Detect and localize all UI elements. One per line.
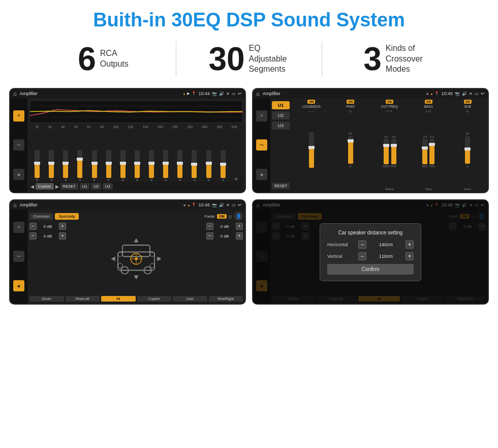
stat-crossover: 3 Kinds ofCrossover Modes: [322, 43, 468, 75]
slider-6[interactable]: 0: [106, 150, 111, 182]
eq-u2-btn[interactable]: U2: [91, 183, 101, 190]
slider-10[interactable]: 0: [163, 150, 168, 182]
svg-marker-19: [157, 256, 161, 261]
slider-13[interactable]: 0: [206, 150, 211, 182]
copilot-btn[interactable]: Copilot: [137, 296, 172, 302]
eq-vol: 🔊: [219, 92, 224, 96]
crossover-reset-btn[interactable]: RESET: [272, 183, 290, 189]
stat-number-eq: 30: [208, 43, 244, 75]
eq-expand-btn[interactable]: »: [235, 175, 238, 182]
eq-u3-btn[interactable]: U3: [103, 183, 113, 190]
sub-slider[interactable]: [465, 136, 470, 164]
slider-4[interactable]: 5: [77, 150, 82, 182]
db-minus-3[interactable]: −: [206, 223, 213, 230]
specialty-tab[interactable]: Specialty: [55, 213, 78, 220]
loudness-slider-1[interactable]: [309, 132, 314, 168]
distance-dialog: Car speaker distance setting Horizontal …: [320, 223, 421, 281]
dialog-title: Car speaker distance setting: [327, 230, 414, 235]
db-plus-2[interactable]: +: [59, 232, 66, 240]
crossover-back[interactable]: ↩: [481, 91, 485, 96]
cutfreq-on[interactable]: ON: [386, 100, 393, 104]
slider-14[interactable]: -1: [221, 150, 226, 182]
eq-sidebar-eq-icon[interactable]: ≡: [13, 110, 24, 122]
vertical-control: − 110cm +: [358, 252, 414, 260]
sub-on[interactable]: ON: [464, 100, 472, 104]
db-minus-1[interactable]: −: [29, 223, 37, 230]
vertical-plus-btn[interactable]: +: [406, 252, 414, 260]
fader-controls-area: − 0 dB + − 0 dB +: [29, 223, 243, 294]
fader-vol: 🔊: [219, 203, 224, 207]
slider-8[interactable]: 0: [135, 150, 140, 182]
ch-sub: ON SUB: [449, 100, 486, 108]
db-minus-4[interactable]: −: [206, 232, 213, 240]
eq-status-bar: ⌂ Amplifier ● ▶ 📍 10:44 📷 🔊 ✕ ▭ ↩: [10, 89, 245, 98]
cutfreq-slider-2[interactable]: [391, 139, 396, 164]
svg-marker-18: [111, 256, 115, 261]
all-btn[interactable]: All: [101, 296, 136, 302]
cutfreq-slider-1[interactable]: [384, 139, 389, 164]
fader-sidebar-eq[interactable]: ≡: [13, 222, 24, 233]
fader-top-row: Common Specialty Fader ON ||| 👤: [29, 212, 243, 221]
vertical-minus-btn[interactable]: −: [358, 252, 366, 260]
bass-on[interactable]: ON: [425, 100, 432, 104]
bass-slider-1[interactable]: [422, 139, 427, 164]
fader-bars: |||: [229, 214, 232, 219]
eq-prev-btn[interactable]: ◀: [30, 184, 34, 189]
eq-sidebar-speaker-icon[interactable]: ◈: [13, 169, 24, 180]
slider-7[interactable]: 0: [120, 150, 126, 182]
common-tab[interactable]: Common: [29, 213, 53, 220]
crossover-sidebar-wave[interactable]: 〜: [256, 139, 267, 151]
svg-point-14: [118, 263, 122, 268]
db-plus-4[interactable]: +: [236, 232, 243, 240]
eq-pin: 📍: [192, 92, 196, 96]
eq-rect: ▭: [232, 92, 236, 96]
profile-icon[interactable]: 👤: [234, 212, 243, 221]
eq-graph: [29, 100, 243, 123]
slider-12[interactable]: -1: [192, 150, 197, 182]
phat-on[interactable]: ON: [347, 100, 354, 104]
fader-on-toggle[interactable]: ON: [217, 214, 227, 219]
eq-u1-btn[interactable]: U1: [80, 183, 90, 190]
crossover-vol: 🔊: [462, 92, 467, 96]
crossover-home-icon[interactable]: ⌂: [256, 91, 260, 97]
u1-button[interactable]: U1: [272, 101, 290, 109]
fader-sidebar-wave[interactable]: 〜: [13, 251, 24, 262]
horizontal-minus-btn[interactable]: −: [358, 241, 366, 249]
u3-button[interactable]: U3: [272, 122, 290, 130]
eq-reset-btn[interactable]: RESET: [60, 183, 78, 190]
db-plus-3[interactable]: +: [236, 223, 243, 230]
crossover-sidebar-eq[interactable]: ≡: [256, 110, 267, 122]
slider-3[interactable]: 0: [63, 150, 68, 182]
confirm-button[interactable]: Confirm: [327, 264, 414, 275]
u2-button[interactable]: U2: [272, 111, 290, 120]
rear-right-btn[interactable]: RearRight: [209, 296, 243, 302]
user-btn[interactable]: User: [173, 296, 207, 302]
fader-home-icon[interactable]: ⌂: [13, 202, 17, 208]
stat-number-crossover: 3: [363, 43, 382, 75]
eq-freq-labels: 253240506380100125160200250320400500630: [29, 125, 243, 129]
driver-btn[interactable]: Driver: [29, 296, 64, 302]
eq-custom-btn[interactable]: Custom: [36, 183, 54, 190]
horizontal-value: 140cm: [368, 242, 403, 247]
horizontal-plus-btn[interactable]: +: [406, 241, 414, 249]
slider-9[interactable]: 0: [149, 150, 154, 182]
fader-back[interactable]: ↩: [238, 202, 242, 207]
fader-sidebar-speaker[interactable]: ◈: [13, 280, 24, 291]
slider-11[interactable]: 0: [177, 150, 182, 182]
phat-slider[interactable]: [348, 136, 353, 164]
slider-1[interactable]: 0: [35, 150, 40, 182]
db-plus-1[interactable]: +: [59, 223, 66, 230]
vertical-row: Vertical − 110cm +: [327, 252, 414, 260]
bass-slider-2[interactable]: [429, 139, 434, 164]
db-minus-2[interactable]: −: [29, 232, 37, 240]
eq-back[interactable]: ↩: [238, 91, 242, 96]
slider-5[interactable]: 0: [92, 150, 97, 182]
loudness-on[interactable]: ON: [307, 100, 315, 104]
slider-2[interactable]: 0: [49, 150, 54, 182]
rear-left-btn[interactable]: RearLeft: [66, 296, 100, 302]
car-graphic-area: [68, 223, 204, 294]
crossover-sidebar-speaker[interactable]: ◈: [256, 169, 267, 180]
eq-home-icon[interactable]: ⌂: [13, 91, 17, 97]
eq-sidebar-wave-icon[interactable]: 〜: [13, 139, 24, 151]
eq-next-btn[interactable]: ▶: [55, 184, 59, 189]
